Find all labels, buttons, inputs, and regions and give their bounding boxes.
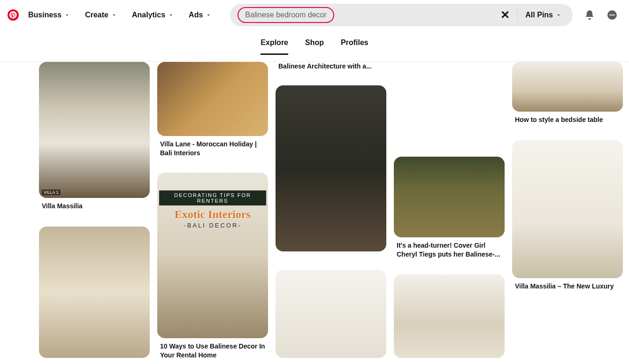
nav-ads-label: Ads [189,11,203,19]
pin-image [512,140,623,278]
header: Business Create Analytics Ads Balinese b… [0,0,629,30]
pin[interactable]: Villa Massilia – The New Luxury [512,140,623,291]
overlay-text-top: DECORATING TIPS FOR RENTERS [159,190,266,205]
pin-title: It's a head-turner! Cover Girl Cheryl Ti… [394,237,505,259]
chevron-down-icon [64,12,70,18]
nav-create-label: Create [85,11,108,19]
nav-analytics-label: Analytics [132,11,165,19]
search-input-value: Balinese bedroom decor [245,11,326,19]
pin[interactable] [394,274,505,358]
messages-icon[interactable] [603,6,621,24]
pin-title: Balinese Architecture with a... [276,62,386,71]
tabs: Explore Shop Profiles [0,30,629,62]
overlay-text-main: Exotic Interiors [159,208,266,221]
pin-title: How to style a bedside table [512,112,623,124]
pin[interactable]: DECORATING TIPS FOR RENTERS Exotic Inter… [157,173,268,360]
pin-image [39,227,150,358]
svg-point-2 [612,15,613,16]
pin[interactable]: Villa Lane - Moroccan Holiday | Bali Int… [157,62,268,158]
search-highlight: Balinese bedroom decor [238,7,334,23]
nav-business-label: Business [28,11,61,19]
pin-image [394,274,505,358]
tab-explore[interactable]: Explore [261,38,288,55]
pin-grid: VILLA 1 Villa Massilia Villa Lane - Moro… [0,62,629,364]
chevron-down-icon [556,12,561,18]
pin[interactable]: Balinese Architecture with a... [276,62,386,71]
clear-search-icon[interactable]: ✕ [497,8,514,22]
watermark: VILLA 1 [42,190,61,195]
search-bar[interactable]: Balinese bedroom decor ✕ All Pins [230,4,573,26]
pin-image: DECORATING TIPS FOR RENTERS Exotic Inter… [157,173,268,338]
pin[interactable]: It's a head-turner! Cover Girl Cheryl Ti… [394,157,505,259]
pin[interactable] [276,85,386,251]
overlay-text-sub: -BALI DECOR- [159,222,266,229]
pin-image [276,85,386,251]
pin-image [276,270,386,358]
divider [517,9,518,21]
svg-point-3 [614,15,615,16]
pin-image [394,157,505,237]
nav-create[interactable]: Create [79,7,123,23]
pin-title: Villa Lane - Moroccan Holiday | Bali Int… [157,136,268,158]
pin[interactable]: How to style a bedside table [512,62,623,124]
nav-business[interactable]: Business [23,7,76,23]
pinterest-logo[interactable] [8,9,19,21]
pin[interactable] [276,270,386,358]
nav-ads[interactable]: Ads [183,7,217,23]
chevron-down-icon [111,12,117,18]
search-filter-label: All Pins [525,11,553,19]
search-filter[interactable]: All Pins [522,11,565,19]
pin-image [157,62,268,136]
pin[interactable] [39,227,150,358]
notifications-icon[interactable] [580,6,599,24]
pin[interactable]: VILLA 1 Villa Massilia [39,62,150,211]
pin-image: VILLA 1 [39,62,150,198]
pin-image [512,62,623,112]
pin-title: Villa Massilia [39,198,150,211]
tab-shop[interactable]: Shop [305,38,324,55]
chevron-down-icon [206,12,211,18]
pin-title: 10 Ways to Use Balinese Decor In Your Re… [157,338,268,360]
overlay: DECORATING TIPS FOR RENTERS Exotic Inter… [157,188,268,232]
chevron-down-icon [168,12,174,18]
pin-title: Villa Massilia – The New Luxury [512,278,623,291]
nav-analytics[interactable]: Analytics [126,7,179,23]
tab-profiles[interactable]: Profiles [341,38,368,55]
svg-point-1 [610,15,611,16]
